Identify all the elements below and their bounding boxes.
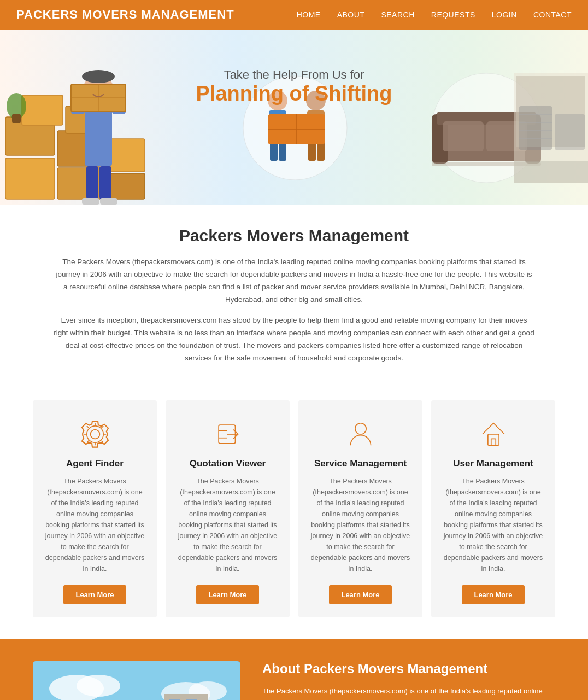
svg-rect-60 <box>491 439 495 445</box>
nav-item-requests[interactable]: REQUESTS <box>431 10 475 20</box>
nav-item-search[interactable]: SEARCH <box>381 10 414 20</box>
card-service-management-title: Service Management <box>314 458 407 469</box>
nav-link-about[interactable]: ABOUT <box>337 10 365 19</box>
navbar-nav: HOME ABOUT SEARCH REQUESTS LOGIN CONTACT <box>297 10 572 20</box>
svg-rect-51 <box>514 161 588 183</box>
main-para1: The Packers Movers (thepackersmovers.com… <box>54 256 534 306</box>
card-agent-finder-btn[interactable]: Learn More <box>63 585 126 604</box>
main-heading: Packers Movers Management <box>33 226 555 245</box>
card-user-management-btn[interactable]: Learn More <box>462 585 524 604</box>
home-icon <box>476 417 511 452</box>
nav-link-requests[interactable]: REQUESTS <box>431 10 475 19</box>
about-para1: The Packers Movers (thepackersmovers.com… <box>262 685 555 701</box>
about-section: About Packers Movers Management The Pack… <box>0 639 588 701</box>
nav-link-login[interactable]: LOGIN <box>492 10 517 19</box>
svg-rect-22 <box>12 114 21 122</box>
card-agent-finder-title: Agent Finder <box>66 458 124 469</box>
card-quotation-viewer-title: Quotation Viewer <box>190 458 266 469</box>
about-image <box>33 661 240 701</box>
hero-tagline: Take the Help From Us for <box>196 68 392 82</box>
svg-point-52 <box>90 429 99 439</box>
nav-item-home[interactable]: HOME <box>297 10 321 20</box>
card-quotation-viewer-desc: The Packers Movers (thepackersmovers.com… <box>177 476 279 574</box>
about-text-block: About Packers Movers Management The Pack… <box>262 661 555 701</box>
hero-banner: Take the Help From Us for Planning of Sh… <box>0 30 588 205</box>
hero-text-block: Take the Help From Us for Planning of Sh… <box>196 68 392 106</box>
svg-rect-2 <box>5 158 55 199</box>
card-agent-finder-desc: The Packers Movers (thepackersmovers.com… <box>44 476 146 574</box>
svg-rect-19 <box>100 198 117 205</box>
nav-link-contact[interactable]: CONTACT <box>533 10 572 19</box>
nav-item-contact[interactable]: CONTACT <box>533 10 572 20</box>
main-para2: Ever since its inception, thepackersmove… <box>54 314 534 365</box>
card-agent-finder: Agent Finder The Packers Movers (thepack… <box>33 400 157 617</box>
nav-item-about[interactable]: ABOUT <box>337 10 365 20</box>
svg-rect-69 <box>164 694 208 701</box>
svg-rect-59 <box>487 434 498 445</box>
svg-point-63 <box>77 675 120 697</box>
svg-rect-18 <box>82 198 99 205</box>
svg-rect-46 <box>555 114 585 150</box>
hero-main-title: Planning of Shifting <box>196 82 392 106</box>
main-section: Packers Movers Management The Packers Mo… <box>0 205 588 395</box>
nav-link-search[interactable]: SEARCH <box>381 10 414 19</box>
card-quotation-viewer-btn[interactable]: Learn More <box>196 585 258 604</box>
card-service-management-btn[interactable]: Learn More <box>329 585 391 604</box>
svg-rect-45 <box>519 106 552 150</box>
svg-point-20 <box>82 70 115 83</box>
svg-rect-16 <box>86 166 98 199</box>
card-quotation-viewer: Quotation Viewer The Packers Movers (the… <box>166 400 290 617</box>
login-arrow-icon <box>210 417 245 452</box>
person-icon <box>343 417 378 452</box>
svg-point-53 <box>86 425 103 442</box>
svg-rect-7 <box>22 95 63 125</box>
card-user-management-title: User Management <box>453 458 533 469</box>
card-user-management: User Management The Packers Movers (thep… <box>431 400 555 617</box>
card-service-management-desc: The Packers Movers (thepackersmovers.com… <box>309 476 411 574</box>
card-user-management-desc: The Packers Movers (thepackersmovers.com… <box>442 476 544 574</box>
svg-rect-17 <box>99 166 111 199</box>
nav-link-home[interactable]: HOME <box>297 10 321 19</box>
cards-section: Agent Finder The Packers Movers (thepack… <box>0 395 588 639</box>
svg-point-58 <box>355 423 366 434</box>
about-heading: About Packers Movers Management <box>262 661 555 676</box>
gear-icon <box>78 417 113 452</box>
navbar-brand: PACKERS MOVERS MANAGEMENT <box>16 8 234 22</box>
navbar: PACKERS MOVERS MANAGEMENT HOME ABOUT SEA… <box>0 0 588 30</box>
nav-item-login[interactable]: LOGIN <box>492 10 517 20</box>
card-service-management: Service Management The Packers Movers (t… <box>298 400 422 617</box>
svg-rect-40 <box>443 121 484 151</box>
